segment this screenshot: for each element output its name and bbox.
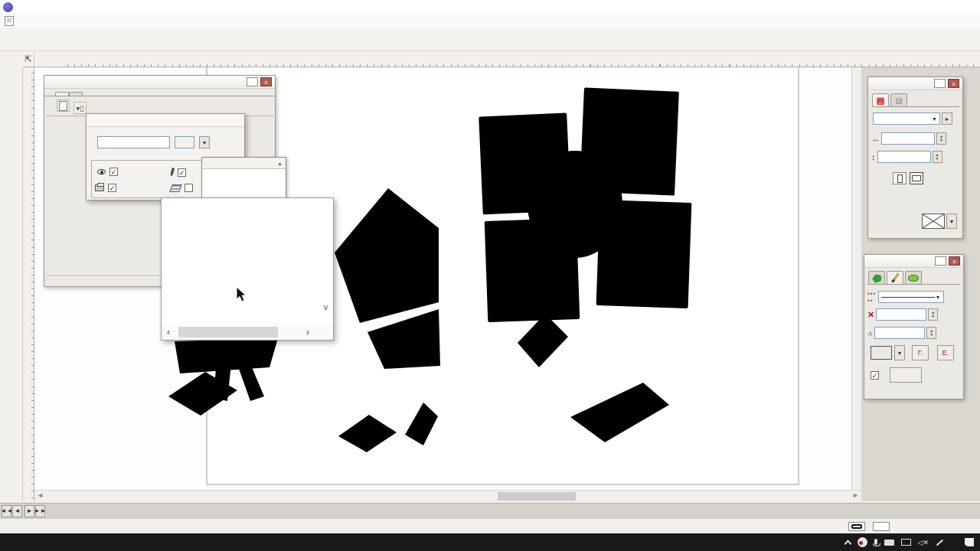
stroke-width-icon: ✕ (867, 310, 874, 320)
new-layer-button[interactable] (57, 99, 70, 112)
dropdown-header[interactable]: ▲ (202, 158, 286, 169)
dialog-titlebar (87, 114, 244, 127)
color-list-scrollbar[interactable]: ‹ › (162, 324, 333, 340)
ruler-origin-icon[interactable]: ⇱ (23, 52, 34, 67)
cuttable-checkbox[interactable]: ✓ (178, 168, 186, 177)
visible-checkbox[interactable]: ✓ (109, 168, 118, 176)
stroke-indicator[interactable] (848, 522, 865, 531)
stroke-color-dropdown[interactable]: ▼ (894, 345, 905, 360)
chevron-down-icon[interactable]: ˅ (323, 303, 328, 314)
master-checkbox[interactable] (185, 184, 193, 192)
stroke-width-spinner[interactable]: ▲▼ (928, 308, 938, 321)
mouse-cursor (236, 286, 248, 303)
main-toolbar (0, 28, 980, 51)
transform-checkbox[interactable]: ✓ (871, 371, 879, 380)
page-height-input[interactable] (877, 151, 931, 163)
page-size-select[interactable]: ▼ (873, 112, 940, 125)
fill-indicator[interactable] (873, 522, 890, 531)
palette-prev-icon[interactable]: ◄ (12, 505, 22, 517)
volume-muted-icon[interactable]: ◁✕ (918, 539, 929, 546)
scrollbar-thumb[interactable] (178, 327, 278, 337)
sort-ascending-icon: ▲ (277, 161, 283, 166)
page-red-icon: ▤ (877, 96, 884, 106)
window-maximize-button[interactable] (928, 0, 954, 14)
paint-bucket-icon (871, 272, 883, 284)
color-palette-strip: ◄◄ ◄ ► ►► (0, 503, 980, 518)
design-editor-titlebar: x (44, 76, 275, 89)
width-spinner[interactable]: ▲▼ (936, 132, 946, 145)
cap-style-button[interactable]: Ε. (937, 345, 954, 360)
page-width-input[interactable] (881, 132, 935, 145)
portrait-button[interactable] (893, 172, 906, 184)
clear-button[interactable] (890, 367, 922, 383)
palette-next-icon[interactable]: ► (24, 505, 34, 517)
scroll-right-icon[interactable]: ► (852, 491, 859, 499)
panel-minimize-button[interactable] (935, 256, 946, 266)
tray-expand-icon[interactable] (844, 540, 851, 547)
windows-taskbar: ◁✕ (0, 533, 980, 551)
fill-stroke-titlebar: x (864, 255, 963, 268)
panel-minimize-button[interactable] (247, 77, 258, 86)
app-logo-icon (3, 2, 13, 12)
panel-close-button[interactable]: x (948, 79, 959, 88)
no-fill-preview[interactable] (922, 214, 945, 229)
eye-icon (97, 169, 106, 174)
window-minimize-button[interactable] (902, 0, 928, 14)
canvas-vertical-scrollbar[interactable] (851, 67, 861, 490)
layer-color-swatch[interactable] (175, 136, 194, 148)
window-close-button[interactable] (954, 0, 980, 14)
miter-spinner[interactable]: ▲▼ (926, 327, 936, 339)
canvas-horizontal-scrollbar[interactable]: ◄ ► (34, 490, 861, 501)
horizontal-ruler (34, 52, 980, 67)
application-window: — ❐ ✕ ⇱ (0, 0, 980, 551)
palette-last-icon[interactable]: ►► (35, 505, 45, 517)
recorder-icon[interactable] (858, 537, 867, 547)
tab-stroke[interactable] (887, 271, 903, 284)
layer-name-input[interactable] (97, 136, 170, 148)
solid-line-preview (881, 297, 935, 298)
fill-stroke-panel: x ▪▪▪▪▪ ▼ ✕ ▲▼ ∧ (864, 254, 964, 399)
stroke-width-input[interactable] (876, 308, 926, 321)
tab-fill[interactable] (868, 271, 885, 284)
width-icon: ↔ (871, 134, 880, 143)
height-spinner[interactable]: ▲▼ (933, 151, 942, 163)
page-size-expand-button[interactable]: ► (942, 112, 952, 125)
scroll-left-icon[interactable]: ‹ (162, 327, 175, 337)
tab-dimensions[interactable]: ▤ (872, 93, 889, 106)
design-central-titlebar: x (868, 77, 962, 90)
delete-layer-button[interactable]: ▾▯ (74, 102, 87, 114)
palette-first-icon[interactable]: ◄◄ (2, 505, 11, 517)
line-style-icon: ▪▪▪▪▪ (867, 290, 877, 304)
scrollbar-thumb[interactable] (498, 492, 576, 500)
ellipse-icon (908, 275, 919, 282)
miter-icon: ∧ (867, 329, 873, 337)
line-style-select[interactable]: ▼ (878, 291, 944, 303)
right-dock: x ▤ ▤ ▼ ► ↔ ▲▼ ↕ ▲▼ (861, 67, 980, 501)
printable-checkbox[interactable]: ✓ (108, 184, 116, 192)
notification-center-icon[interactable] (965, 538, 974, 546)
design-central-panel: x ▤ ▤ ▼ ► ↔ ▲▼ ↕ ▲▼ (867, 77, 963, 239)
camera-icon[interactable] (884, 540, 894, 546)
scroll-right-icon[interactable]: › (301, 327, 315, 337)
system-tray: ◁✕ (845, 533, 980, 551)
document-icon[interactable] (5, 16, 14, 26)
display-icon[interactable] (901, 539, 911, 546)
stroke-color-swatch[interactable] (871, 346, 892, 360)
panel-minimize-button[interactable] (934, 79, 946, 88)
menu-bar: — ❐ ✕ (0, 14, 980, 28)
corner-style-button[interactable]: Γ. (912, 345, 929, 360)
color-list-flyout: ˅ ‹ › (161, 197, 334, 341)
panel-close-button[interactable]: x (260, 77, 272, 86)
scroll-left-icon[interactable]: ◄ (37, 491, 44, 499)
tab-objects[interactable] (69, 92, 83, 96)
pen-icon[interactable] (936, 539, 944, 546)
landscape-button[interactable] (910, 172, 923, 184)
miter-limit-input[interactable] (874, 327, 925, 339)
tab-layers[interactable] (55, 92, 69, 96)
preview-dropdown-button[interactable]: ▼ (946, 214, 957, 229)
panel-close-button[interactable]: x (949, 256, 960, 266)
layer-color-dropdown-button[interactable]: ▼ (199, 136, 210, 148)
tab-margins[interactable]: ▤ (890, 93, 907, 106)
microphone-icon[interactable] (874, 539, 877, 545)
tab-effects[interactable] (905, 271, 922, 284)
